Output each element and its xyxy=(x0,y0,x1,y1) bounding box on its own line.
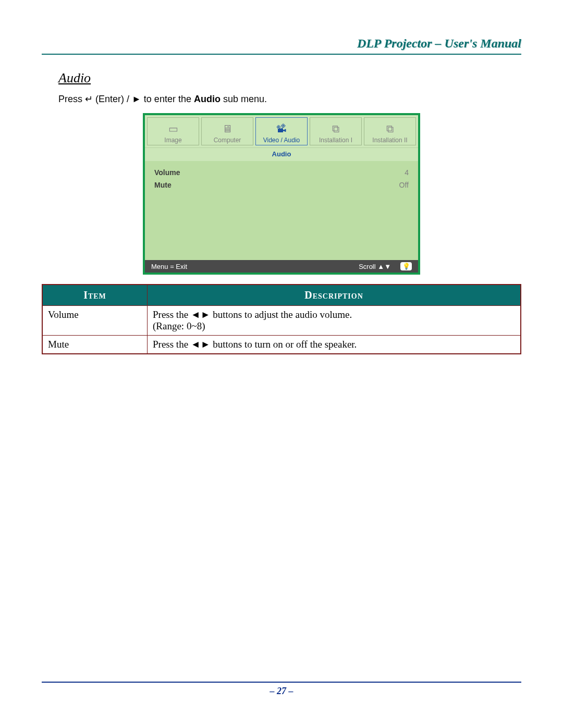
bulb-icon: 💡 xyxy=(400,262,412,270)
instruction-text: Press ↵ (Enter) / ► to enter the Audio s… xyxy=(58,93,521,105)
osd-tab-label: Installation I xyxy=(319,137,352,144)
osd-row-value: Off xyxy=(399,181,409,189)
osd-row-label: Volume xyxy=(154,168,180,177)
osd-body: Volume 4 Mute Off xyxy=(145,161,418,260)
cell-item: Volume xyxy=(42,306,148,336)
osd-tab-label: Video / Audio xyxy=(263,137,300,144)
page-number: – 27 – xyxy=(270,686,293,696)
enter-icon: ↵ xyxy=(85,94,93,104)
osd-tab-image[interactable]: ▭ Image xyxy=(147,117,199,145)
osd-tab-row: ▭ Image 🖥 Computer 📽 Video / Audio ⧉ Ins… xyxy=(145,115,418,147)
osd-tab-installation-1[interactable]: ⧉ Installation I xyxy=(310,117,362,145)
osd-footer-scroll: Scroll ▲▼ xyxy=(359,263,391,270)
osd-menu: ▭ Image 🖥 Computer 📽 Video / Audio ⧉ Ins… xyxy=(143,113,420,275)
left-right-arrows-icon: ◄► xyxy=(191,309,211,320)
table-row: Mute Press the ◄► buttons to turn on or … xyxy=(42,336,521,354)
desc-suffix: buttons to turn on or off the speaker. xyxy=(210,339,357,350)
osd-tab-video-audio[interactable]: 📽 Video / Audio xyxy=(255,117,308,145)
instruction-suffix: sub menu. xyxy=(221,94,267,104)
header-item: Item xyxy=(42,285,148,306)
installation-1-icon: ⧉ xyxy=(332,121,339,137)
scroll-label: Scroll xyxy=(359,263,377,270)
video-audio-icon: 📽 xyxy=(276,121,287,137)
section-heading-audio: Audio xyxy=(58,70,521,86)
description-table: Item Description Volume Press the ◄► but… xyxy=(42,284,521,354)
cell-item: Mute xyxy=(42,336,148,354)
desc-prefix: Press the xyxy=(153,339,191,350)
instruction-prefix: Press xyxy=(58,94,85,104)
scroll-arrows-icon: ▲▼ xyxy=(377,263,391,270)
osd-tab-computer[interactable]: 🖥 Computer xyxy=(201,117,253,145)
left-right-arrows-icon: ◄► xyxy=(191,339,211,350)
desc-prefix: Press the xyxy=(153,309,191,320)
instruction-bold: Audio xyxy=(194,94,221,104)
osd-tab-installation-2[interactable]: ⧉ Installation II xyxy=(364,117,416,145)
installation-2-icon: ⧉ xyxy=(386,121,394,137)
manual-page: DLP Projector – User's Manual Audio Pres… xyxy=(0,0,563,728)
osd-row-volume[interactable]: Volume 4 xyxy=(154,166,409,179)
computer-icon: 🖥 xyxy=(222,121,232,137)
header-divider xyxy=(42,54,521,55)
cell-description: Press the ◄► buttons to adjust the audio… xyxy=(148,306,521,336)
image-icon: ▭ xyxy=(168,121,178,137)
right-arrow-icon: ► xyxy=(132,94,141,104)
instruction-after: to enter the xyxy=(141,94,194,104)
table-row: Volume Press the ◄► buttons to adjust th… xyxy=(42,306,521,336)
instruction-middle: (Enter) / xyxy=(93,94,132,104)
footer-divider xyxy=(42,682,521,683)
cell-description: Press the ◄► buttons to turn on or off t… xyxy=(148,336,521,354)
osd-footer-left: Menu = Exit xyxy=(151,263,187,270)
table-header-row: Item Description xyxy=(42,285,521,306)
osd-tab-label: Installation II xyxy=(372,137,407,144)
osd-subtitle: Audio xyxy=(145,147,418,161)
osd-row-value: 4 xyxy=(405,168,409,177)
osd-tab-label: Image xyxy=(164,137,181,144)
document-header-title: DLP Projector – User's Manual xyxy=(42,36,521,51)
osd-row-mute[interactable]: Mute Off xyxy=(154,179,409,191)
osd-tab-label: Computer xyxy=(214,137,241,144)
desc-suffix: buttons to adjust the audio volume. xyxy=(210,309,352,320)
page-footer: – 27 – xyxy=(42,682,521,697)
header-description: Description xyxy=(148,285,521,306)
osd-footer: Menu = Exit Scroll ▲▼ 💡 xyxy=(145,260,418,273)
osd-row-label: Mute xyxy=(154,181,172,189)
desc-range: (Range: 0~8) xyxy=(153,320,205,331)
